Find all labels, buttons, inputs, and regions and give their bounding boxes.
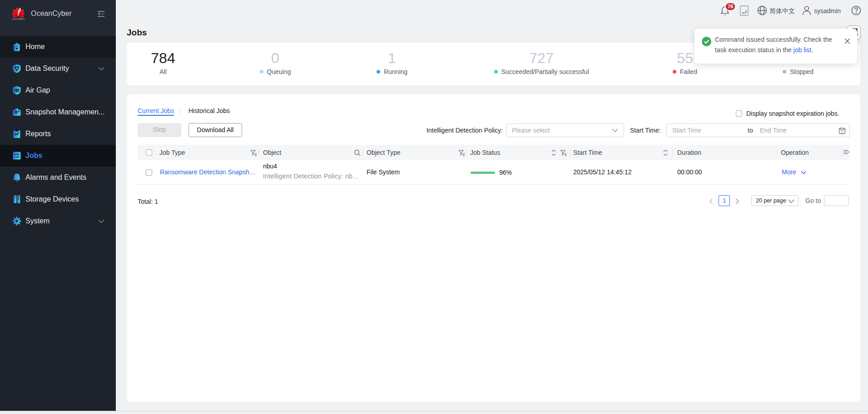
- svg-text:1: 1: [841, 130, 843, 133]
